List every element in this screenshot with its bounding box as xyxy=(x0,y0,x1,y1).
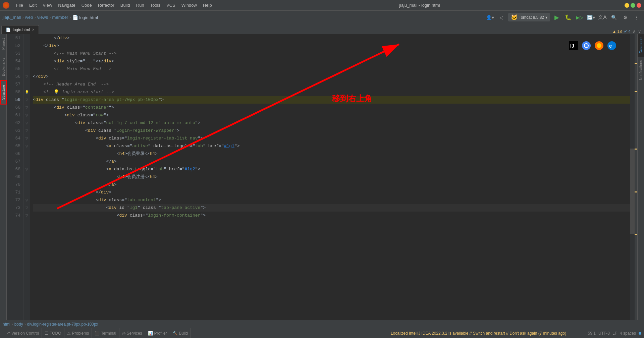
status-todo[interactable]: ☰ TODO xyxy=(42,328,64,338)
window-title: jiaju_mall - login.html xyxy=(399,3,440,8)
scrollbar-thumb[interactable] xyxy=(630,149,635,234)
fold-70[interactable] xyxy=(23,181,30,188)
menu-build[interactable]: Build xyxy=(118,1,133,9)
status-version-control[interactable]: ⎇ Version Control xyxy=(3,328,42,338)
title-bar-left: File Edit View Navigate Code Refactor Bu… xyxy=(3,1,215,9)
fold-62[interactable]: ▽ xyxy=(23,119,30,127)
intellij-browser-icon[interactable]: IJ xyxy=(568,40,579,51)
status-right: 59:1 UTF-8 LF 4 spaces xyxy=(588,331,641,336)
settings-button[interactable]: ⚙ xyxy=(621,13,630,22)
menu-code[interactable]: Code xyxy=(79,1,95,9)
menu-vcs[interactable]: VCS xyxy=(164,1,178,9)
encoding-label[interactable]: UTF-8 xyxy=(598,331,610,336)
maximize-button[interactable]: □ xyxy=(631,3,635,8)
fold-63[interactable]: ▽ xyxy=(23,127,30,134)
fold-64[interactable]: ▽ xyxy=(23,134,30,142)
breadcrumb-div-class[interactable]: div.login-register-area.pt-70px.pb-100px xyxy=(27,322,98,327)
chrome-icon[interactable] xyxy=(581,40,592,51)
menu-refactor[interactable]: Refactor xyxy=(95,1,117,9)
fold-57[interactable] xyxy=(23,80,30,88)
status-services[interactable]: ◎ Services xyxy=(119,328,145,338)
fold-71[interactable] xyxy=(23,188,30,196)
code-content[interactable]: </div> </div> <!-- Main Menu Start --> <… xyxy=(30,34,630,320)
tab-login-html[interactable]: 📄 login.html ✕ xyxy=(1,25,39,34)
notification-bar[interactable]: Localized IntelliJ IDEA 2022.3.2 is avai… xyxy=(388,331,588,336)
menu-edit[interactable]: Edit xyxy=(26,1,39,9)
expand-down-icon[interactable]: ∨ xyxy=(638,29,641,34)
code-line-69: <h4>会员注册</h4> xyxy=(33,173,630,181)
indent-label[interactable]: 4 spaces xyxy=(620,331,636,336)
fold-65[interactable]: ▽ xyxy=(23,142,30,150)
fold-61[interactable]: ▽ xyxy=(23,111,30,119)
line-num-54: 54 xyxy=(7,57,20,65)
status-build[interactable]: 🔨 Build xyxy=(170,328,191,338)
status-terminal[interactable]: ⬛ Terminal xyxy=(92,328,119,338)
title-bar: File Edit View Navigate Code Refactor Bu… xyxy=(0,0,644,11)
fold-51[interactable] xyxy=(23,34,30,42)
menu-view[interactable]: View xyxy=(40,1,55,9)
menu-file[interactable]: File xyxy=(13,1,26,9)
firefox-icon[interactable] xyxy=(594,40,604,51)
menu-navigate[interactable]: Navigate xyxy=(55,1,78,9)
sidebar-item-project[interactable]: Project xyxy=(1,34,6,54)
fold-74[interactable]: ▽ xyxy=(23,212,30,219)
fold-52[interactable] xyxy=(23,42,30,50)
line-num-73: 73 xyxy=(7,204,20,212)
fold-59[interactable]: ▽ xyxy=(23,96,30,104)
tomcat-selector[interactable]: 🐱 Tomcat 8.5.82 ▾ xyxy=(508,13,550,21)
scrollbar-minimap[interactable] xyxy=(630,34,635,320)
fold-54[interactable] xyxy=(23,57,30,65)
status-problems[interactable]: ⚠ Problems xyxy=(64,328,92,338)
fold-73[interactable]: ▽ xyxy=(23,204,30,212)
warnings-column xyxy=(635,34,637,320)
menu-run[interactable]: Run xyxy=(133,1,147,9)
menu-window[interactable]: Window xyxy=(179,1,200,9)
line-separator-label[interactable]: LF xyxy=(612,331,617,336)
status-profiler[interactable]: 📊 Profiler xyxy=(145,328,170,338)
run-button[interactable]: ▶ xyxy=(552,13,561,22)
sidebar-item-bookmarks[interactable]: Bookmarks xyxy=(1,54,6,80)
collapse-up-icon[interactable]: ∧ xyxy=(633,29,636,34)
fold-68[interactable]: ▽ xyxy=(23,165,30,173)
breadcrumb-file[interactable]: 📄 login.html xyxy=(72,15,98,20)
code-line-65: <a class="active" data-bs-toggle="tab" h… xyxy=(33,142,630,150)
breadcrumb-web[interactable]: web xyxy=(25,15,33,20)
close-button[interactable]: ✕ xyxy=(637,3,641,8)
fold-72[interactable]: ▽ xyxy=(23,196,30,204)
fold-58[interactable]: 💡 xyxy=(23,88,30,96)
fold-55[interactable] xyxy=(23,65,30,73)
fold-53[interactable] xyxy=(23,50,30,57)
right-tab-database[interactable]: Database xyxy=(638,34,644,57)
more-button[interactable]: ⋮ xyxy=(632,13,641,22)
edge-icon[interactable]: e xyxy=(606,40,617,51)
minimize-button[interactable]: ─ xyxy=(625,3,629,8)
breadcrumb-project[interactable]: jiaju_mall xyxy=(3,15,21,20)
fold-67[interactable] xyxy=(23,158,30,165)
menu-help[interactable]: Help xyxy=(200,1,215,9)
coverage-button[interactable]: ▶▷ xyxy=(575,13,584,22)
search-button[interactable]: 🔍 xyxy=(609,13,619,22)
breadcrumb-views[interactable]: views xyxy=(37,15,48,20)
breadcrumb-html[interactable]: html xyxy=(3,322,10,327)
refresh-button[interactable]: 🔄▾ xyxy=(586,13,596,22)
translate-icon[interactable]: 文A xyxy=(598,13,607,22)
debug-button[interactable]: 🐛 xyxy=(564,13,573,22)
fold-60[interactable]: ▽ xyxy=(23,104,30,111)
cursor-position[interactable]: 59:1 xyxy=(588,331,596,336)
line-num-55: 55 xyxy=(7,65,20,73)
toolbar: jiaju_mall › web › views › member › 📄 lo… xyxy=(0,11,644,24)
fold-56[interactable]: ▽ xyxy=(23,73,30,80)
back-button[interactable]: ◁ xyxy=(497,13,506,22)
profile-button[interactable]: 👤▾ xyxy=(485,13,495,22)
breadcrumb-member[interactable]: member xyxy=(52,15,68,20)
close-tab-icon[interactable]: ✕ xyxy=(32,28,35,32)
breadcrumb-body[interactable]: body xyxy=(14,322,23,327)
fold-69[interactable] xyxy=(23,173,30,181)
sidebar-item-structure[interactable]: Structure xyxy=(0,80,7,105)
line-num-65: 65 xyxy=(7,142,20,150)
browser-icons-popup: IJ e xyxy=(568,40,617,51)
line-num-68: 68 xyxy=(7,165,20,173)
right-tab-notifications[interactable]: Notifications xyxy=(638,57,644,83)
menu-tools[interactable]: Tools xyxy=(148,1,163,9)
fold-66[interactable] xyxy=(23,150,30,158)
